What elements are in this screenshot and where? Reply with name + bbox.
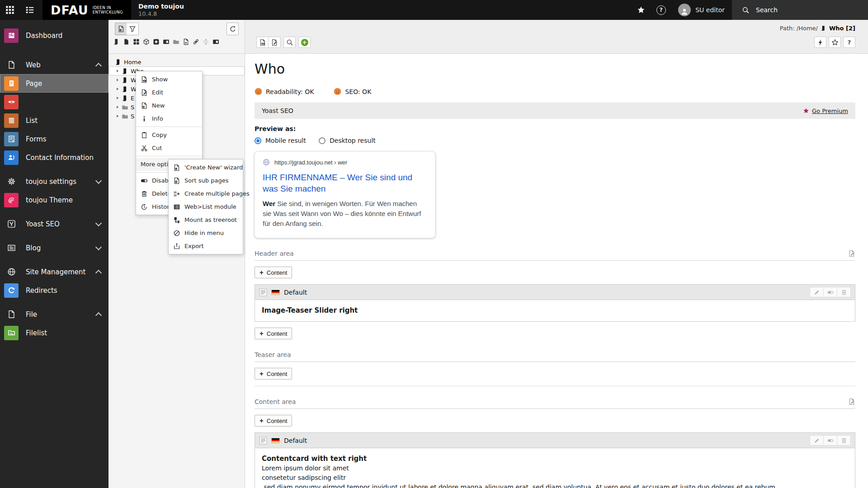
star-icon	[637, 6, 645, 14]
sidebar-item-redirects[interactable]: Redirects	[0, 281, 108, 300]
sidebar-item-site-management[interactable]: Site Management	[0, 263, 108, 281]
drag-divider-icon[interactable]	[203, 38, 209, 45]
radio-selected-icon	[255, 137, 261, 144]
sidebar-item-contact-information[interactable]: Contact Information	[0, 148, 108, 167]
sidebar-item-dashboard[interactable]: Dashboard	[0, 26, 108, 45]
caret-right-icon[interactable]	[116, 114, 119, 118]
sidebar-item-toujou-settings[interactable]: toujou settings	[0, 172, 108, 191]
delete-element-button[interactable]	[837, 436, 850, 445]
sidebar-item-filelist[interactable]: Filelist	[0, 324, 108, 342]
tree-node-home[interactable]: Home	[108, 57, 245, 66]
context-menu-copy[interactable]: Copy	[136, 128, 202, 141]
web-doc-icon	[4, 58, 19, 72]
caret-right-icon[interactable]	[116, 78, 119, 82]
docheader-help-button[interactable]: ?	[843, 37, 855, 48]
caret-right-icon[interactable]	[116, 96, 119, 100]
context-menu-info[interactable]: Info	[136, 112, 202, 125]
submenu-hide-in-menu[interactable]: Hide in menu	[169, 226, 243, 239]
user-menu[interactable]: SU editor	[671, 0, 732, 20]
toggle-visibility-button[interactable]	[823, 287, 837, 297]
edit-element-button[interactable]	[810, 287, 823, 297]
sidebar-item-yoast-seo[interactable]: Yoast SEO	[0, 215, 108, 233]
drag-grid-icon[interactable]	[133, 38, 140, 45]
sidebar-item-view[interactable]	[0, 93, 108, 111]
bookmark-page-button[interactable]	[829, 37, 841, 48]
toujou-action-button[interactable]: +	[298, 37, 311, 48]
modules-grid-icon	[5, 5, 14, 14]
globe-icon	[4, 265, 19, 279]
add-content-button[interactable]: + Content	[255, 267, 292, 278]
german-flag-icon	[271, 438, 280, 443]
modules-grid-button[interactable]	[0, 0, 20, 20]
sidebar-item-list[interactable]: List	[0, 111, 108, 130]
caret-right-icon[interactable]	[116, 105, 119, 109]
submenu-sort-sub-pages[interactable]: Sort sub pages	[169, 174, 243, 187]
context-menu-cut[interactable]: Cut	[136, 141, 202, 155]
sidebar-item-page[interactable]: Page	[0, 74, 108, 93]
context-submenu: 'Create New' wizard Sort sub pages Creat…	[168, 159, 243, 254]
drag-shortcut-icon[interactable]	[183, 38, 189, 45]
edit-page-properties-button[interactable]	[269, 37, 281, 48]
submenu-mount-as-treeroot[interactable]: Mount as treeroot	[169, 213, 243, 226]
serp-url-row: https://jgrad.toujou.net › wer	[263, 159, 427, 166]
docheader-left-buttons: +	[256, 37, 311, 48]
mobile-result-radio[interactable]: Mobile result	[255, 137, 306, 144]
sidebar-item-web[interactable]: Web	[0, 56, 108, 74]
caret-right-icon[interactable]	[116, 69, 119, 73]
caret-right-icon[interactable]	[116, 87, 119, 91]
site-info: Demo toujou 10.4.8	[138, 0, 184, 20]
readability-badge: Readability: OK	[255, 88, 314, 95]
german-flag-icon	[271, 290, 280, 295]
content-element-body[interactable]: Contentcard with text right Lorem ipsum …	[255, 448, 855, 488]
content-element-body[interactable]: Image-Teaser Slider right	[255, 300, 855, 321]
submenu-create-new-wizard[interactable]: 'Create New' wizard	[169, 161, 243, 174]
green-plus-icon: +	[301, 39, 308, 46]
context-menu-edit[interactable]: Edit	[136, 86, 202, 99]
drag-document-icon[interactable]	[123, 38, 130, 45]
submenu-create-multiple-pages[interactable]: Create multiple pages	[169, 187, 243, 200]
drag-folder-icon[interactable]	[173, 38, 179, 45]
desktop-result-radio[interactable]: Desktop result	[319, 137, 376, 144]
edit-area-icon[interactable]	[848, 398, 855, 405]
seo-ok-icon	[334, 88, 341, 95]
sidebar-item-file[interactable]: File	[0, 305, 108, 324]
context-menu-show[interactable]: Show	[136, 73, 202, 86]
drag-media-icon[interactable]	[163, 38, 170, 45]
edit-element-button[interactable]	[810, 436, 823, 445]
sidebar-item-blog[interactable]: Blog	[0, 239, 108, 257]
submenu-export[interactable]: Export	[169, 239, 243, 253]
topbar: DFAU IDEEN IN ENTWICKLUNG Demo toujou 10…	[0, 0, 868, 20]
content-element: Default Image-Teaser Slider right	[255, 284, 855, 322]
add-content-button[interactable]: + Content	[255, 368, 292, 380]
add-content-button[interactable]: + Content	[255, 415, 292, 427]
filter-button[interactable]	[127, 23, 139, 35]
sidebar-item-forms[interactable]: Forms	[0, 130, 108, 148]
drag-badge-icon[interactable]	[153, 38, 160, 45]
search-page-button[interactable]	[283, 37, 296, 48]
view-webpage-button[interactable]	[256, 37, 269, 48]
file-doc-icon	[4, 307, 19, 322]
drag-link-icon[interactable]	[193, 38, 199, 45]
help-icon: ?	[656, 5, 666, 15]
drag-page-icon[interactable]	[113, 38, 120, 45]
bookmark-button[interactable]	[631, 0, 651, 20]
search-bar[interactable]: Search	[732, 0, 868, 20]
trash-icon	[841, 289, 847, 296]
edit-area-icon[interactable]	[848, 250, 855, 257]
content-type-icon	[259, 436, 267, 445]
help-button[interactable]: ?	[651, 0, 671, 20]
context-menu-new[interactable]: New	[136, 99, 202, 112]
submenu-web-list-module[interactable]: Web>List module	[169, 200, 243, 213]
drag-cube-icon[interactable]	[143, 38, 150, 45]
refresh-tree-button[interactable]	[226, 23, 239, 35]
toggle-visibility-button[interactable]	[823, 436, 837, 445]
go-premium-link[interactable]: Go Premium	[803, 108, 848, 114]
add-content-button[interactable]: + Content	[255, 328, 292, 339]
delete-element-button[interactable]	[837, 287, 850, 297]
serp-title[interactable]: IHR FIRMENNAME – Wer Sie sind und was Si…	[263, 172, 427, 194]
sidebar-item-toujou-theme[interactable]: toujou Theme	[0, 191, 108, 209]
new-page-button[interactable]	[115, 23, 127, 35]
pagetree-toggle-button[interactable]	[20, 0, 40, 20]
cache-button[interactable]	[814, 37, 826, 48]
drag-media2-icon[interactable]	[212, 38, 219, 45]
